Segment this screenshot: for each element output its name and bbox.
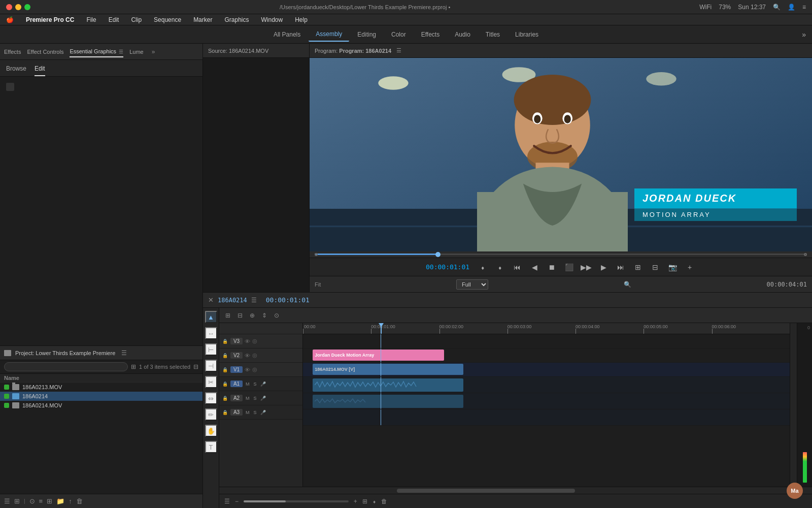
tl-nudge-btn[interactable]: ⊙ (272, 311, 281, 320)
ripple-edit-tool[interactable]: ⊢ (205, 343, 217, 356)
scrollbar-thumb[interactable] (397, 489, 574, 493)
menu-help[interactable]: Help (293, 15, 310, 24)
a1-lock-btn[interactable]: 🔒 (221, 380, 228, 388)
slip-tool[interactable]: ⇔ (205, 392, 217, 404)
zoom-slider[interactable] (244, 500, 349, 502)
clip-186a0214-audio1[interactable] (313, 378, 463, 392)
v1-lock-btn[interactable]: 🔒 (221, 366, 228, 373)
apple-menu[interactable]: 🍎 (4, 15, 16, 24)
tl-zoom-out-btn[interactable]: − (235, 498, 239, 505)
project-find-btn[interactable]: ⊞ (47, 497, 52, 505)
lift-extract-button[interactable]: ⊟ (649, 261, 661, 273)
timeline-timecode[interactable]: 00:00:01:01 (266, 296, 310, 304)
program-timecode-current[interactable]: 00:00:01:01 (426, 263, 471, 271)
timeline-close-btn[interactable]: ✕ (208, 296, 214, 304)
a2-mic-btn[interactable]: 🎤 (260, 396, 267, 401)
tl-marker-btn[interactable]: ⬧ (373, 498, 376, 505)
menu-marker[interactable]: Marker (191, 15, 214, 24)
v1-toggle-vis[interactable]: 👁 (245, 367, 250, 373)
hand-tool[interactable]: ✋ (205, 425, 217, 437)
razor-tool[interactable]: ✂ (205, 376, 217, 388)
panel-tab-effect-controls[interactable]: Effect Controls (27, 47, 63, 57)
tl-settings-btn[interactable]: ☰ (224, 498, 230, 505)
v2-toggle-vis[interactable]: 👁 (245, 353, 250, 359)
menu-graphics[interactable]: Graphics (222, 15, 251, 24)
tab-all-panels[interactable]: All Panels (266, 28, 308, 41)
program-menu-icon[interactable]: ☰ (396, 47, 401, 54)
project-new-bin-btn[interactable]: 📁 (56, 497, 64, 505)
stop-button[interactable]: ⏹ (546, 261, 558, 273)
v2-toggle-sync[interactable]: ◎ (252, 352, 257, 359)
project-item[interactable]: 186A0214 (0, 392, 202, 401)
clip-jordan-dueck[interactable]: Jordan Dueck Motion Array (313, 350, 444, 361)
rolling-edit-tool[interactable]: ⊣ (205, 360, 217, 372)
tab-effects[interactable]: Effects (414, 28, 447, 41)
menu-clip[interactable]: Clip (129, 15, 144, 24)
menu-edit[interactable]: Edit (107, 15, 121, 24)
project-panel-menu-icon[interactable]: ☰ (121, 350, 127, 357)
tl-fit-btn[interactable]: ⊞ (362, 498, 367, 505)
eg-tab-edit[interactable]: Edit (35, 63, 45, 76)
project-automate-btn[interactable]: ≡ (39, 497, 43, 505)
tab-editing[interactable]: Editing (350, 28, 383, 41)
menu-icon[interactable]: ≡ (802, 4, 806, 11)
export-frame-button[interactable]: ⬛ (563, 261, 575, 273)
menu-file[interactable]: File (84, 15, 98, 24)
v3-toggle-sync[interactable]: ◎ (252, 338, 257, 344)
project-new-item-btn[interactable]: ↑ (69, 497, 72, 505)
track-select-tool[interactable]: ↔ (205, 327, 217, 339)
project-delete-btn[interactable]: 🗑 (76, 497, 83, 505)
v3-lock-btn[interactable]: 🔒 (221, 338, 228, 345)
mark-in-button[interactable]: ⬧ (477, 261, 489, 273)
a3-lock-btn[interactable]: 🔒 (221, 409, 228, 416)
menu-window[interactable]: Window (259, 15, 285, 24)
tl-linked-btn[interactable]: ⊟ (235, 311, 245, 320)
a3-mic-btn[interactable]: 🎤 (260, 410, 267, 415)
clip-186a0214-video[interactable]: 186A0214.MOV [V] (313, 364, 463, 375)
tl-add-track-btn[interactable]: ⊕ (248, 311, 257, 320)
panel-menu-icon[interactable]: ☰ (119, 49, 123, 54)
project-item[interactable]: 186A0214.MOV (0, 401, 202, 410)
v3-toggle-vis[interactable]: 👁 (245, 338, 250, 344)
timeline-ruler[interactable]: 00:00 00:00:01:00 00:00:02:00 00:00:03:0… (303, 323, 790, 334)
tl-zoom-in-btn[interactable]: + (354, 498, 357, 505)
tab-audio[interactable]: Audio (448, 28, 478, 41)
project-list-view-btn[interactable]: ☰ (4, 497, 10, 505)
clip-186a0214-audio2[interactable] (313, 395, 463, 408)
mark-out-button[interactable]: ⬧ (494, 261, 506, 273)
menu-sequence[interactable]: Sequence (152, 15, 183, 24)
tab-assembly[interactable]: Assembly (309, 27, 349, 42)
minimize-button[interactable] (15, 4, 21, 10)
window-controls[interactable] (6, 4, 30, 10)
project-item[interactable]: 186A0213.MOV (0, 383, 202, 392)
panel-tab-lume[interactable]: Lume (129, 47, 144, 57)
tab-titles[interactable]: Titles (479, 28, 507, 41)
step-fwd-button[interactable]: ▶ (597, 261, 610, 273)
fit-selector[interactable]: Full Fit 100% 50% (456, 279, 488, 290)
zoom-icon-button[interactable]: 🔍 (624, 281, 631, 288)
project-sort-btn[interactable]: ⊙ (29, 497, 35, 505)
take-screenshot-button[interactable]: 📷 (666, 261, 679, 273)
type-tool[interactable]: T (205, 441, 217, 453)
insert-edit-button[interactable]: ⊞ (632, 261, 644, 273)
scrub-head[interactable] (435, 252, 441, 257)
a2-lock-btn[interactable]: 🔒 (221, 395, 228, 402)
app-name[interactable]: Premiere Pro CC (24, 15, 76, 24)
step-back-button[interactable]: ◀ (528, 261, 540, 273)
panel-tab-effects[interactable]: Effects (4, 47, 21, 57)
playback-scrub-bar[interactable] (310, 251, 812, 258)
project-grid-view-btn[interactable]: ⊞ (14, 497, 20, 505)
project-icon-list-btn[interactable]: ⊞ (131, 363, 136, 370)
tl-track-height-btn[interactable]: ⇕ (260, 311, 269, 320)
play-pause-button[interactable]: ▶▶ (580, 261, 592, 273)
tab-libraries[interactable]: Libraries (508, 28, 546, 41)
tl-snap-btn[interactable]: ⊞ (223, 311, 232, 320)
close-button[interactable] (6, 4, 12, 10)
fullscreen-button[interactable] (24, 4, 30, 10)
panel-tab-essential-graphics[interactable]: Essential Graphics ☰ (70, 46, 123, 57)
user-icon[interactable]: 👤 (788, 4, 795, 11)
go-to-in-button[interactable]: ⏮ (511, 261, 523, 273)
v1-toggle-sync[interactable]: ◎ (252, 366, 257, 373)
project-search-input[interactable] (4, 362, 128, 371)
workspace-more-icon[interactable]: » (802, 30, 806, 39)
